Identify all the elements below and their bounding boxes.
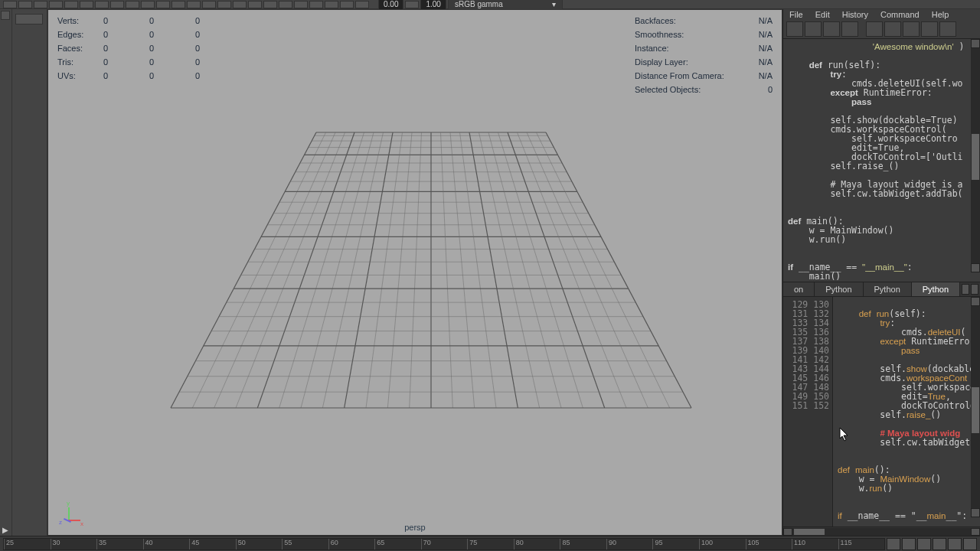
script-tool-btn[interactable] [823, 21, 840, 37]
menu-edit[interactable]: Edit [815, 10, 830, 19]
gutter-btn[interactable] [1, 11, 10, 20]
tool-btn[interactable] [95, 1, 109, 8]
tool-btn[interactable] [141, 1, 155, 8]
tool-btn[interactable] [294, 1, 308, 8]
svg-line-21 [387, 132, 412, 408]
svg-line-29 [450, 132, 475, 408]
script-icon-bar [783, 20, 980, 39]
script-tool-btn[interactable] [939, 21, 956, 37]
timeline-track[interactable]: 2530354045505560657075808590951001051101… [3, 538, 885, 550]
play-forward-icon[interactable] [933, 538, 946, 550]
tool-btn[interactable] [309, 1, 323, 8]
script-tool-btn[interactable] [805, 21, 822, 37]
script-menu-bar: FileEditHistoryCommandHelp [783, 9, 980, 20]
camera-label: persp [404, 523, 426, 532]
scrollbar-vertical[interactable] [971, 39, 980, 272]
step-forward-icon[interactable] [948, 538, 962, 550]
script-tool-btn[interactable] [786, 21, 803, 37]
svg-line-23 [410, 132, 422, 408]
svg-line-27 [440, 132, 452, 408]
script-input-pane[interactable]: 129 130 131 132 133 134 135 136 137 138 … [783, 297, 980, 527]
menu-history[interactable]: History [842, 10, 868, 19]
svg-line-37 [488, 132, 561, 408]
svg-line-45 [527, 132, 648, 408]
tool-btn[interactable] [233, 1, 247, 8]
tab-python[interactable]: Python [815, 282, 863, 296]
go-end-icon[interactable] [963, 538, 977, 550]
top-toolbar: 0.00 1.00 sRGB gamma▾ [0, 0, 980, 9]
menu-help[interactable]: Help [932, 10, 949, 19]
script-tool-btn[interactable] [841, 21, 858, 37]
svg-line-17 [345, 132, 393, 408]
svg-line-31 [459, 132, 496, 408]
script-tool-btn[interactable] [921, 21, 938, 37]
tool-btn[interactable] [217, 1, 231, 8]
tool-btn[interactable] [156, 1, 170, 8]
tab-python[interactable]: Python [912, 282, 960, 296]
script-output-pane[interactable]: 'Awesome window\n' ) def run(self): try:… [783, 39, 980, 282]
chevron-down-icon: ▾ [552, 0, 556, 8]
script-tool-btn[interactable] [884, 21, 901, 37]
tool-btn[interactable] [405, 1, 419, 8]
viewport-sidebar [12, 9, 47, 536]
tool-btn[interactable] [64, 1, 78, 8]
scrollbar-horizontal[interactable] [783, 527, 980, 536]
svg-line-49 [546, 132, 691, 408]
tool-btn[interactable] [202, 1, 216, 8]
viewport-3d[interactable]: Verts:000Edges:000Faces:000Tris:000UVs:0… [47, 9, 782, 536]
tab-next-icon[interactable] [971, 284, 978, 295]
tool-btn[interactable] [187, 1, 201, 8]
hud-poly-stats: Verts:000Edges:000Faces:000Tris:000UVs:0… [57, 16, 241, 85]
play-back-icon[interactable] [917, 538, 931, 550]
tool-btn[interactable] [325, 1, 338, 8]
menu-file[interactable]: File [789, 10, 803, 19]
svg-line-33 [469, 132, 518, 408]
line-gutter: 129 130 131 132 133 134 135 136 137 138 … [783, 297, 833, 527]
left-tool-gutter: ▶ [0, 9, 12, 536]
tab-prev-icon[interactable] [962, 284, 969, 295]
go-start-icon[interactable] [887, 538, 900, 550]
script-tab-row: onPythonPythonPython [783, 282, 980, 297]
svg-line-9 [257, 132, 354, 408]
viewport-grid [140, 102, 722, 423]
tool-btn[interactable] [248, 1, 262, 8]
vp-tool[interactable] [15, 14, 43, 24]
scrollbar-vertical[interactable] [971, 297, 980, 517]
tool-btn[interactable] [18, 1, 32, 8]
tool-btn[interactable] [80, 1, 93, 8]
playback-controls [887, 538, 977, 550]
axis-gizmo: y x z [62, 503, 85, 526]
tool-btn[interactable] [355, 1, 369, 8]
tool-btn[interactable] [126, 1, 139, 8]
svg-line-7 [236, 132, 345, 408]
svg-line-19 [366, 132, 403, 408]
svg-line-41 [508, 132, 605, 408]
script-tool-btn[interactable] [866, 21, 883, 37]
svg-line-5 [214, 132, 335, 408]
svg-line-35 [479, 132, 539, 408]
svg-line-15 [322, 132, 383, 408]
tool-btn[interactable] [263, 1, 277, 8]
menu-command[interactable]: Command [880, 10, 920, 19]
tab-python[interactable]: on [783, 282, 815, 296]
tool-btn[interactable] [340, 1, 354, 8]
svg-line-43 [517, 132, 626, 408]
script-tool-btn[interactable] [903, 21, 920, 37]
tool-btn[interactable] [3, 1, 17, 8]
tool-btn[interactable] [172, 1, 185, 8]
tab-nav [960, 282, 980, 296]
tab-python[interactable]: Python [864, 282, 912, 296]
timeline[interactable]: 2530354045505560657075808590951001051101… [0, 536, 980, 551]
tool-btn[interactable] [279, 1, 292, 8]
svg-line-1 [171, 132, 316, 408]
expand-arrow-icon[interactable]: ▶ [2, 526, 8, 534]
svg-line-13 [301, 132, 374, 408]
tool-btn[interactable] [49, 1, 63, 8]
tool-btn[interactable] [110, 1, 124, 8]
tool-btn[interactable] [34, 1, 47, 8]
step-back-icon[interactable] [902, 538, 916, 550]
hud-object-stats: Backfaces:N/ASmoothness:N/AInstance:N/AD… [635, 16, 773, 99]
script-editor-panel: FileEditHistoryCommandHelp 'Awesome wind… [782, 9, 980, 536]
